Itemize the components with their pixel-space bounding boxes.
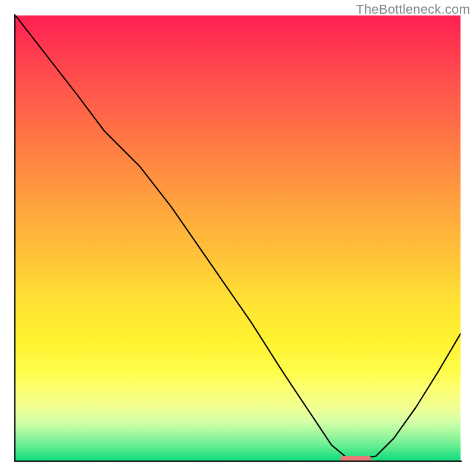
line-curve — [15, 15, 461, 461]
plot-area — [15, 15, 461, 461]
axis-y — [14, 14, 15, 462]
chart-container: TheBottleneck.com — [0, 0, 476, 476]
highlight-marker — [340, 456, 371, 461]
axis-x — [14, 461, 462, 462]
watermark-label: TheBottleneck.com — [356, 2, 470, 17]
